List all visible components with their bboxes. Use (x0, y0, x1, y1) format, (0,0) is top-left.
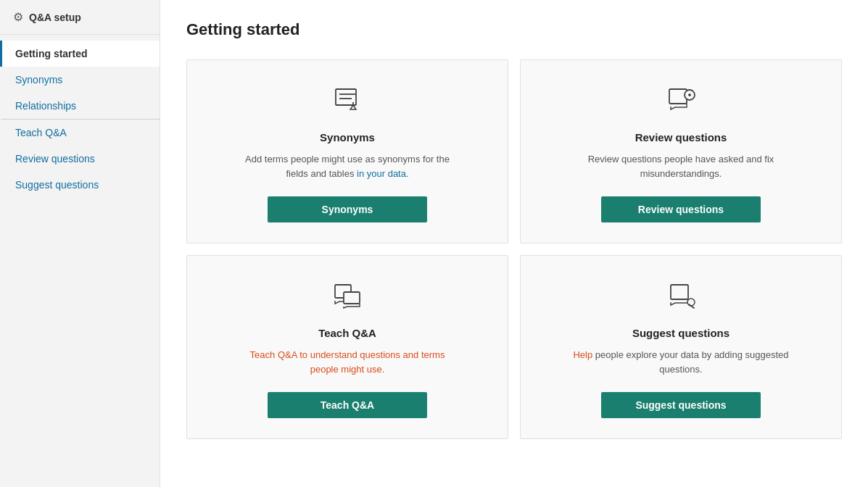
suggest-help-highlight: Help (573, 349, 592, 360)
teach-qa-button[interactable]: Teach Q&A (268, 392, 427, 418)
svg-rect-10 (671, 285, 688, 299)
sidebar-item-getting-started[interactable]: Getting started (0, 41, 160, 67)
sidebar-item-synonyms[interactable]: Synonyms (0, 67, 160, 93)
main-content: Getting started Synonyms Add terms peopl… (160, 0, 868, 487)
synonyms-card: Synonyms Add terms people might use as s… (186, 59, 508, 244)
svg-rect-9 (344, 292, 360, 304)
review-questions-card: Review questions Review questions people… (520, 59, 842, 244)
synonyms-highlight: in your data. (357, 168, 409, 179)
synonyms-button[interactable]: Synonyms (268, 196, 427, 222)
teach-qa-card-title: Teach Q&A (318, 327, 376, 339)
synonyms-icon (331, 83, 363, 120)
teach-qa-highlight: Teach Q&A to understand questions and te… (250, 349, 445, 375)
suggest-questions-card: Suggest questions Help people explore yo… (520, 255, 842, 439)
sidebar-header-label: Q&A setup (29, 12, 81, 23)
synonyms-card-title: Synonyms (320, 131, 375, 143)
sidebar-item-review-questions[interactable]: Review questions (0, 146, 160, 172)
teach-qa-card: Teach Q&A Teach Q&A to understand questi… (186, 255, 508, 439)
suggest-questions-card-title: Suggest questions (632, 327, 729, 339)
sidebar-item-teach-qa[interactable]: Teach Q&A (0, 120, 160, 146)
sidebar-item-relationships[interactable]: Relationships (0, 93, 160, 120)
review-questions-icon (665, 83, 697, 120)
page-title: Getting started (186, 20, 842, 39)
review-questions-card-description: Review questions people have asked and f… (572, 152, 790, 180)
suggest-questions-icon (665, 279, 697, 315)
suggest-questions-card-description: Help people explore your data by adding … (572, 348, 790, 376)
sidebar-item-suggest-questions[interactable]: Suggest questions (0, 172, 160, 198)
review-questions-card-title: Review questions (635, 131, 727, 143)
teach-qa-icon (331, 279, 363, 315)
review-questions-button[interactable]: Review questions (601, 196, 761, 222)
gear-icon: ⚙ (13, 10, 23, 24)
sidebar-nav: Getting started Synonyms Relationships T… (0, 41, 160, 198)
teach-qa-card-description: Teach Q&A to understand questions and te… (239, 348, 456, 376)
sidebar: ⚙ Q&A setup Getting started Synonyms Rel… (0, 0, 160, 487)
sidebar-header: ⚙ Q&A setup (0, 0, 160, 35)
cards-grid: Synonyms Add terms people might use as s… (186, 59, 842, 439)
suggest-questions-button[interactable]: Suggest questions (601, 392, 761, 418)
synonyms-card-description: Add terms people might use as synonyms f… (239, 152, 456, 180)
